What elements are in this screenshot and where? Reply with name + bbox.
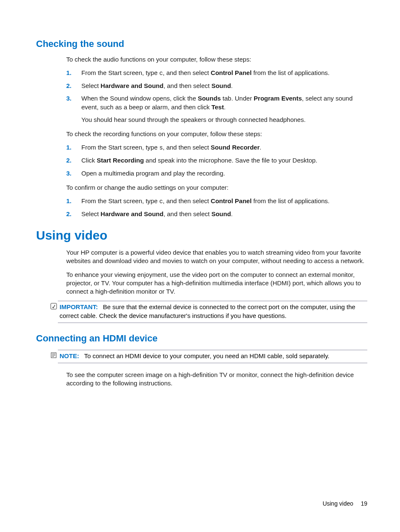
intro-text: To check the audio functions on your com… xyxy=(66,55,367,64)
document-page: Checking the sound To check the audio fu… xyxy=(0,0,400,532)
note-text: To connect an HDMI device to your comput… xyxy=(84,352,330,359)
steps-list-2: From the Start screen, type s, and then … xyxy=(66,143,367,177)
list-item: Select Hardware and Sound, and then sele… xyxy=(81,82,367,90)
list-item: Click Start Recording and speak into the… xyxy=(81,156,367,165)
list-item: From the Start screen, type c, and then … xyxy=(81,197,367,206)
step-sub-text: You should hear sound through the speake… xyxy=(81,116,367,124)
paragraph: To see the computer screen image on a hi… xyxy=(66,371,367,388)
list-item: Select Hardware and Sound, and then sele… xyxy=(81,210,367,218)
list-item: Open a multimedia program and play the r… xyxy=(81,169,367,178)
intro-text: To confirm or change the audio settings … xyxy=(66,183,367,192)
body-block-3: To see the computer screen image on a hi… xyxy=(66,371,367,388)
paragraph: Your HP computer is a powerful video dev… xyxy=(66,248,367,266)
footer-section-title: Using video xyxy=(322,500,353,507)
body-block-2: Your HP computer is a powerful video dev… xyxy=(66,248,367,296)
note-callout: NOTE:To connect an HDMI device to your c… xyxy=(58,350,367,363)
body-block-1: To check the audio functions on your com… xyxy=(66,55,367,218)
heading-hdmi: Connecting an HDMI device xyxy=(36,333,367,344)
important-label: IMPORTANT: xyxy=(60,303,98,310)
heading-using-video: Using video xyxy=(36,228,367,243)
intro-text: To check the recording functions on your… xyxy=(66,130,367,138)
list-item: From the Start screen, type c, and then … xyxy=(81,69,367,77)
note-label: NOTE: xyxy=(60,352,79,359)
list-item: From the Start screen, type s, and then … xyxy=(81,143,367,152)
steps-list-3: From the Start screen, type c, and then … xyxy=(66,197,367,218)
steps-list-1: From the Start screen, type c, and then … xyxy=(66,69,367,124)
svg-rect-0 xyxy=(51,303,57,309)
important-icon xyxy=(50,303,57,310)
heading-checking-sound: Checking the sound xyxy=(36,39,367,49)
important-callout: IMPORTANT:Be sure that the external devi… xyxy=(58,301,367,323)
important-text: Be sure that the external device is conn… xyxy=(60,303,355,319)
paragraph: To enhance your viewing enjoyment, use t… xyxy=(66,271,367,296)
list-item: When the Sound window opens, click the S… xyxy=(81,94,367,124)
note-icon xyxy=(50,352,57,359)
page-footer: Using video 19 xyxy=(322,500,367,507)
page-number: 19 xyxy=(361,500,367,507)
